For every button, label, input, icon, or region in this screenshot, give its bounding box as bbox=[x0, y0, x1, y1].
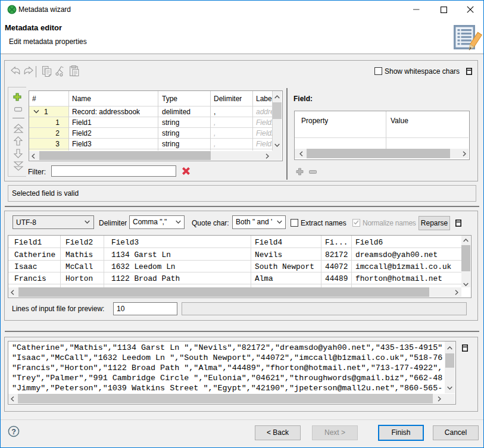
svg-text:?: ? bbox=[11, 428, 16, 436]
